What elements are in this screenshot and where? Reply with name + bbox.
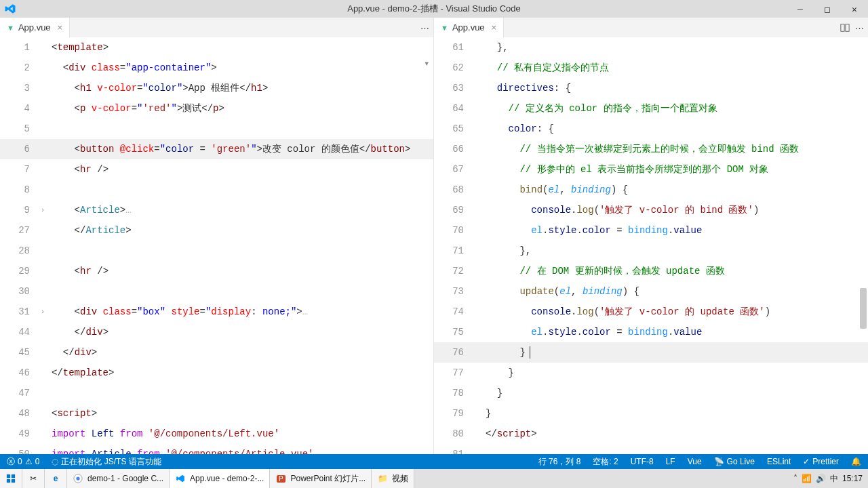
taskbar-item[interactable]: demo-1 - Google C... bbox=[67, 469, 170, 488]
code-content[interactable]: </div> bbox=[47, 347, 433, 358]
code-content[interactable]: <script> bbox=[47, 408, 433, 419]
status-encoding[interactable]: UTF-8 bbox=[628, 457, 656, 466]
tray-chevron-icon[interactable]: ˄ bbox=[793, 474, 797, 483]
taskbar-item[interactable]: PPowerPoint 幻灯片... bbox=[270, 469, 372, 488]
status-golive[interactable]: 📡Go Live bbox=[711, 457, 757, 466]
tab-app-vue-left[interactable]: ▼ App.vue × bbox=[0, 18, 70, 37]
code-content[interactable]: bind(el, binding) { bbox=[481, 184, 868, 195]
code-content[interactable]: // 在 DOM 更新的时候，会触发 update 函数 bbox=[481, 265, 868, 277]
code-line[interactable]: 70 el.style.color = binding.value bbox=[434, 220, 868, 241]
close-button[interactable]: ✕ bbox=[841, 0, 868, 18]
taskbar-item[interactable]: 📁视频 bbox=[372, 469, 414, 488]
status-eslint[interactable]: ESLint bbox=[764, 457, 793, 466]
code-line[interactable]: 63 directives: { bbox=[434, 78, 868, 98]
fold-toggle[interactable]: › bbox=[38, 207, 47, 214]
code-line[interactable]: 75 el.style.color = binding.value bbox=[434, 322, 868, 342]
minimize-button[interactable]: — bbox=[787, 0, 814, 18]
taskbar-item[interactable] bbox=[0, 469, 22, 488]
code-line[interactable]: 72 // 在 DOM 更新的时候，会触发 update 函数 bbox=[434, 261, 868, 281]
fold-toggle[interactable]: › bbox=[38, 308, 47, 316]
code-content[interactable]: } bbox=[481, 388, 868, 399]
code-line[interactable]: 1<template> bbox=[0, 37, 433, 58]
collapse-all-icon[interactable]: ▾ bbox=[424, 58, 433, 66]
system-tray[interactable]: ˄ 📶 🔊 中 15:17 bbox=[788, 469, 868, 488]
maximize-button[interactable]: □ bbox=[814, 0, 841, 18]
code-content[interactable]: <h1 v-color="color">App 根组件</h1> bbox=[47, 82, 433, 94]
vertical-scrollbar[interactable] bbox=[860, 58, 867, 454]
code-line[interactable]: 78 } bbox=[434, 383, 868, 403]
close-tab-icon[interactable]: × bbox=[58, 22, 63, 33]
code-line[interactable]: 69 console.log('触发了 v-color 的 bind 函数') bbox=[434, 200, 868, 220]
code-content[interactable]: // 当指令第一次被绑定到元素上的时候，会立即触发 bind 函数 bbox=[481, 143, 868, 155]
code-content[interactable]: }, bbox=[481, 42, 868, 53]
code-content[interactable]: // 定义名为 color 的指令，指向一个配置对象 bbox=[481, 102, 868, 115]
code-line[interactable]: 80</script> bbox=[434, 424, 868, 444]
status-problems[interactable]: ⓧ0 ⚠0 bbox=[4, 456, 42, 468]
code-line[interactable]: 74 console.log('触发了 v-color 的 update 函数'… bbox=[434, 302, 868, 322]
code-content[interactable]: }, bbox=[481, 245, 868, 256]
code-editor-left[interactable]: 1<template>2 <div class="app-container">… bbox=[0, 37, 433, 454]
tray-volume-icon[interactable]: 🔊 bbox=[816, 474, 826, 483]
code-content[interactable]: </template> bbox=[47, 367, 433, 378]
code-content[interactable]: import Left from '@/components/Left.vue' bbox=[47, 428, 433, 439]
code-content[interactable]: } bbox=[481, 408, 868, 419]
code-line[interactable]: 77 } bbox=[434, 363, 868, 383]
code-line[interactable]: 47 bbox=[0, 383, 433, 403]
code-line[interactable]: 65 color: { bbox=[434, 119, 868, 139]
status-eol[interactable]: LF bbox=[663, 457, 678, 466]
code-line[interactable]: 45 </div> bbox=[0, 342, 433, 363]
code-line[interactable]: 7 <hr /> bbox=[0, 159, 433, 180]
taskbar-item[interactable]: e bbox=[45, 469, 67, 488]
tab-app-vue-right[interactable]: ▼ App.vue × bbox=[434, 18, 504, 37]
code-content[interactable]: </div> bbox=[47, 327, 433, 338]
taskbar-item[interactable]: ✂ bbox=[22, 469, 45, 488]
code-line[interactable]: 5 bbox=[0, 119, 433, 139]
code-content[interactable]: <div class="box" style="display: none;">… bbox=[47, 306, 433, 317]
tray-time[interactable]: 15:17 bbox=[842, 474, 863, 483]
code-line[interactable]: 76 } bbox=[434, 342, 868, 363]
code-line[interactable]: 31› <div class="box" style="display: non… bbox=[0, 302, 433, 322]
code-line[interactable]: 81 bbox=[434, 444, 868, 454]
code-line[interactable]: 4 <p v-color="'red'">测试</p> bbox=[0, 98, 433, 119]
code-content[interactable]: import Article from '@/components/Articl… bbox=[47, 449, 433, 454]
code-line[interactable]: 67 // 形参中的 el 表示当前指令所绑定到的那个 DOM 对象 bbox=[434, 159, 868, 180]
code-line[interactable]: 68 bind(el, binding) { bbox=[434, 180, 868, 200]
close-tab-icon[interactable]: × bbox=[492, 22, 497, 33]
ellipsis-icon[interactable]: ⋯ bbox=[855, 23, 864, 33]
code-line[interactable]: 6 <button @click="color = 'green'">改变 co… bbox=[0, 139, 433, 159]
code-line[interactable]: 8 bbox=[0, 180, 433, 200]
code-content[interactable]: <button @click="color = 'green'">改变 colo… bbox=[47, 143, 433, 155]
split-editor-icon[interactable] bbox=[840, 23, 850, 33]
code-content[interactable]: <Article>… bbox=[47, 205, 433, 216]
code-content[interactable]: // 私有自定义指令的节点 bbox=[481, 62, 868, 74]
code-line[interactable]: 61 }, bbox=[434, 37, 868, 58]
code-content[interactable]: color: { bbox=[481, 123, 868, 134]
code-content[interactable]: </Article> bbox=[47, 225, 433, 236]
status-initializing[interactable]: ◌ 正在初始化 JS/TS 语言功能 bbox=[49, 456, 163, 468]
code-content[interactable]: el.style.color = binding.value bbox=[481, 225, 868, 236]
code-content[interactable]: // 形参中的 el 表示当前指令所绑定到的那个 DOM 对象 bbox=[481, 163, 868, 176]
code-content[interactable]: el.style.color = binding.value bbox=[481, 327, 868, 338]
code-content[interactable]: } bbox=[481, 367, 868, 378]
code-content[interactable]: console.log('触发了 v-color 的 bind 函数') bbox=[481, 204, 868, 216]
tray-wifi-icon[interactable]: 📶 bbox=[802, 474, 812, 483]
code-line[interactable]: 30 bbox=[0, 281, 433, 302]
code-content[interactable]: <template> bbox=[47, 42, 433, 53]
taskbar-item[interactable]: App.vue - demo-2-... bbox=[170, 469, 270, 488]
code-line[interactable]: 48<script> bbox=[0, 403, 433, 424]
code-line[interactable]: 73 update(el, binding) { bbox=[434, 281, 868, 302]
status-spaces[interactable]: 空格: 2 bbox=[590, 456, 620, 468]
code-content[interactable]: console.log('触发了 v-color 的 update 函数') bbox=[481, 306, 868, 318]
code-content[interactable]: <p v-color="'red'">测试</p> bbox=[47, 102, 433, 115]
code-line[interactable]: 71 }, bbox=[434, 241, 868, 261]
code-line[interactable]: 66 // 当指令第一次被绑定到元素上的时候，会立即触发 bind 函数 bbox=[434, 139, 868, 159]
code-line[interactable]: 3 <h1 v-color="color">App 根组件</h1> bbox=[0, 78, 433, 98]
code-content[interactable]: <hr /> bbox=[47, 164, 433, 175]
status-line-col[interactable]: 行 76，列 8 bbox=[536, 456, 584, 468]
code-editor-right[interactable]: 61 },62 // 私有自定义指令的节点63 directives: {64 … bbox=[434, 37, 868, 454]
status-language[interactable]: Vue bbox=[685, 457, 705, 466]
code-line[interactable]: 50import Article from '@/components/Arti… bbox=[0, 444, 433, 454]
code-content[interactable]: <div class="app-container"> bbox=[47, 62, 433, 73]
code-line[interactable]: 9› <Article>… bbox=[0, 200, 433, 220]
code-line[interactable]: 46</template> bbox=[0, 363, 433, 383]
